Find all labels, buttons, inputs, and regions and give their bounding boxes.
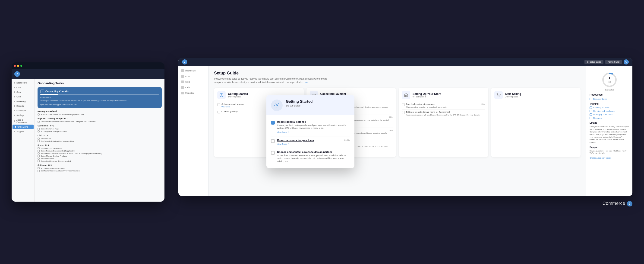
view-docs-link[interactable]: View Docs <box>222 106 244 108</box>
task-checkbox[interactable] <box>38 170 40 172</box>
task-item: Add/Migrate Existing Customers <box>38 130 162 133</box>
task-checkbox-design[interactable] <box>271 151 275 155</box>
task-title: Update general settings <box>277 120 350 123</box>
item-checkbox[interactable] <box>402 103 405 106</box>
training-creating-order[interactable]: Creating an order <box>590 106 629 109</box>
task-checkbox[interactable] <box>38 153 40 155</box>
checklist-icon: ✓ <box>40 90 44 93</box>
external-link-icon: ↗ <box>288 143 289 145</box>
item-checkbox[interactable] <box>217 103 220 106</box>
training-managing-customers[interactable]: Managing customers <box>590 113 629 116</box>
task-item: Setup/Migrate Existing Products <box>38 155 162 157</box>
left-header: 7 <box>12 69 164 79</box>
crm-icon <box>181 75 184 78</box>
c7-sidebar-marketing[interactable]: Marketing <box>178 90 208 96</box>
setup-guide-link[interactable]: here. <box>304 81 309 83</box>
task-checkbox[interactable] <box>38 140 40 142</box>
close-dot <box>14 65 16 67</box>
resources-title: Resources <box>590 93 629 96</box>
sidebar-item-crm[interactable]: CRM <box>12 85 34 90</box>
sidebar-item-support[interactable]: Support <box>12 129 34 134</box>
right-panel: 7 ⊞ Setup Guide Admin Panel U <box>178 58 632 206</box>
progress-current: 1 <box>608 76 611 79</box>
task-item: Setup Cart Controls (Recommended) <box>38 160 162 162</box>
c7-sidebar-club[interactable]: Club <box>178 85 208 90</box>
task-checkbox[interactable] <box>38 160 40 162</box>
progress-container: 1 of 15 Completed <box>590 69 629 93</box>
onboarding-card-footer: Questions? Email support@commerce7.com <box>40 103 159 105</box>
task-checkbox[interactable] <box>38 128 40 130</box>
brand-footer: Commerce 7 <box>178 196 632 206</box>
task-checkbox[interactable] <box>38 121 40 123</box>
card-subtitle: 0/4 completed <box>412 96 441 98</box>
progress-bar <box>40 94 159 95</box>
progress-fill <box>40 94 58 95</box>
task-checkbox-update[interactable] <box>271 121 275 124</box>
support-title: Support <box>590 146 629 149</box>
play-icon <box>590 117 592 119</box>
view-docs-link[interactable]: View Docs ↗ <box>277 131 289 134</box>
task-title: Choose and contact a website design part… <box>277 151 350 153</box>
c7-sidebar-crm[interactable]: CRM <box>178 74 208 79</box>
sidebar-dot <box>14 87 15 88</box>
sidebar-item-developer[interactable]: Developer <box>12 108 34 113</box>
task-checkbox[interactable] <box>38 158 40 160</box>
card-subtitle: 0/4 completed <box>505 96 521 98</box>
sidebar-item-club[interactable]: Club <box>12 94 34 99</box>
item-checkbox[interactable] <box>402 111 405 114</box>
skip-button[interactable]: Skip <box>389 129 393 131</box>
item-checkbox[interactable] <box>217 111 220 113</box>
sidebar-item-store[interactable]: Store <box>12 90 34 94</box>
section-settings: Settings - 0 / 9 <box>38 164 162 166</box>
onboarding-card-title: ✓ Onboarding Checklist <box>40 90 159 93</box>
sidebar-item-onboarding[interactable]: Onboarding <box>12 124 34 129</box>
setup-guide-description: Follow our setup guide to get you ready … <box>214 77 330 84</box>
sidebar-item-dashboard[interactable]: Dashboard <box>12 80 34 85</box>
brand-name: Commerce <box>602 201 625 206</box>
setup-card-start-selling: Start Selling 0/4 completed <box>491 88 581 157</box>
c7-right-sidebar: 1 of 15 Completed Resources Documentatio… <box>586 66 632 196</box>
card-info: Getting Started 1/3 completed <box>228 92 248 98</box>
task-checkbox[interactable] <box>38 113 40 115</box>
task-checkbox[interactable] <box>38 155 40 157</box>
sidebar-dot-active <box>15 126 16 127</box>
skip-button[interactable]: Skip <box>389 116 393 118</box>
view-docs-link[interactable]: View Docs ↗ <box>277 143 289 145</box>
task-item: Setup Customer Tags <box>38 128 162 130</box>
training-reporting[interactable]: Reporting <box>590 117 629 119</box>
sidebar-item-marketing[interactable]: Marketing <box>12 99 34 104</box>
modal-task-update-settings: Update general settings Review your basi… <box>271 118 350 137</box>
c7-sidebar-dashboard[interactable]: Dashboard <box>178 68 208 74</box>
modal-icon <box>271 99 282 111</box>
admin-panel-button[interactable]: Admin Panel <box>605 60 622 64</box>
task-checkbox[interactable] <box>38 167 40 169</box>
unskip-button[interactable]: Unskip <box>344 139 350 141</box>
item-content: Set up payment provider View Docs <box>222 103 244 108</box>
sidebar-dot <box>14 91 15 93</box>
sidebar-item-apps[interactable]: Apps & Extensions <box>12 118 34 124</box>
task-checkbox[interactable] <box>38 130 40 133</box>
task-desc: Review your basic settings and upload yo… <box>277 124 350 130</box>
task-checkbox[interactable] <box>38 150 40 152</box>
task-item: Add Additional User Accounts <box>38 167 162 169</box>
task-item: Setup Product Collections <box>38 147 162 149</box>
skip-button[interactable]: Skip <box>482 103 485 105</box>
sidebar-item-settings[interactable]: Settings <box>12 113 34 118</box>
setup-guide-heading: Setup Guide <box>214 71 580 76</box>
documentation-link[interactable]: Documentation <box>590 98 629 100</box>
c7-sidebar-store[interactable]: Store <box>178 79 208 85</box>
task-item: Setup Your Payment Gateway Account & Con… <box>38 121 162 123</box>
setup-guide-button[interactable]: ⊞ Setup Guide <box>584 60 604 64</box>
play-icon <box>590 113 592 116</box>
minimize-dot <box>17 65 19 67</box>
getting-started-modal: Getting Started 1/2 completed Update gen… <box>266 95 354 168</box>
doc-icon <box>590 98 592 100</box>
task-checkbox-accounts[interactable] <box>271 139 275 143</box>
sidebar-item-reports[interactable]: Reports <box>12 104 34 108</box>
create-ticket-link[interactable]: Create a support ticket <box>590 157 611 159</box>
training-club-packages[interactable]: Running club packages <box>590 110 629 112</box>
progress-circle: 1 of 15 <box>602 72 618 88</box>
task-checkbox[interactable] <box>38 138 40 140</box>
modal-body: Update general settings Review your basi… <box>266 115 354 168</box>
task-checkbox[interactable] <box>38 147 40 149</box>
